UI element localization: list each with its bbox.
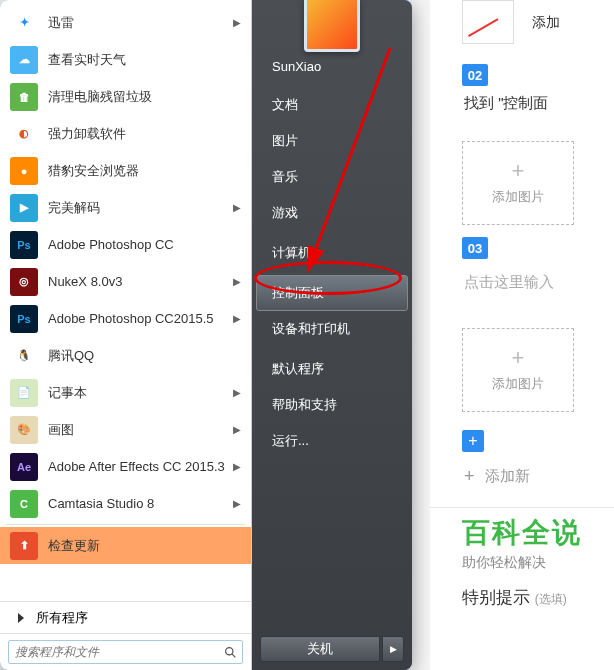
chevron-right-icon: ▶ (233, 498, 241, 509)
right-pane-item-运行...[interactable]: 运行... (256, 423, 408, 459)
plus-icon: + (512, 347, 525, 369)
app-item-9[interactable]: 🐧腾讯QQ (0, 337, 251, 374)
search-box[interactable] (8, 640, 243, 664)
right-pane-item-图片[interactable]: 图片 (256, 123, 408, 159)
add-step-button[interactable]: + (462, 430, 484, 452)
app-label: 腾讯QQ (48, 347, 241, 365)
right-pane-list: SunXiao文档图片音乐游戏计算机控制面板设备和打印机默认程序帮助和支持运行.… (252, 44, 412, 628)
app-icon: ▶ (10, 194, 38, 222)
shutdown-button[interactable]: 关机 (260, 636, 380, 662)
app-icon: ◎ (10, 268, 38, 296)
app-item-7[interactable]: ◎NukeX 8.0v3▶ (0, 263, 251, 300)
app-icon: ⬆ (10, 532, 38, 560)
optional-label: (选填) (535, 592, 567, 606)
app-item-1[interactable]: ☁查看实时天气 (0, 41, 251, 78)
special-tips-heading: 特别提示 (选填) (462, 586, 614, 609)
right-pane-item-计算机[interactable]: 计算机 (256, 235, 408, 271)
svg-line-1 (232, 654, 235, 657)
app-item-0[interactable]: ✦迅雷▶ (0, 4, 251, 41)
step-02-text: 找到 "控制面 (464, 94, 614, 113)
app-icon: 📄 (10, 379, 38, 407)
webpage-sidebar: 添加 02 找到 "控制面 + 添加图片 03 点击这里输入 + 添加图片 + … (430, 0, 614, 670)
step-02-badge: 02 (462, 64, 488, 86)
app-label: Adobe Photoshop CC2015.5 (48, 311, 229, 326)
add-new-row[interactable]: + 添加新 (464, 466, 614, 487)
app-item-12[interactable]: AeAdobe After Effects CC 2015.3▶ (0, 448, 251, 485)
right-pane-item-SunXiao[interactable]: SunXiao (256, 50, 408, 83)
app-item-5[interactable]: ▶完美解码▶ (0, 189, 251, 226)
chevron-right-icon: ▶ (233, 461, 241, 472)
app-label: Adobe Photoshop CC (48, 237, 241, 252)
start-menu-left-pane: ✦迅雷▶☁查看实时天气🗑清理电脑残留垃圾◐强力卸载软件●猎豹安全浏览器▶完美解码… (0, 0, 252, 670)
app-label: 记事本 (48, 384, 229, 402)
app-icon: 🐧 (10, 342, 38, 370)
step-03-badge: 03 (462, 237, 488, 259)
plus-icon: + (464, 466, 475, 487)
app-item-8[interactable]: PsAdobe Photoshop CC2015.5▶ (0, 300, 251, 337)
app-label: 清理电脑残留垃圾 (48, 88, 241, 106)
chevron-right-icon: ▶ (233, 387, 241, 398)
chevron-right-icon: ▶ (233, 17, 241, 28)
add-image-box-2[interactable]: + 添加图片 (462, 328, 574, 412)
right-pane-item-游戏[interactable]: 游戏 (256, 195, 408, 231)
app-item-2[interactable]: 🗑清理电脑残留垃圾 (0, 78, 251, 115)
app-label: 猎豹安全浏览器 (48, 162, 241, 180)
user-avatar[interactable] (304, 0, 360, 52)
add-image-box-1[interactable]: + 添加图片 (462, 141, 574, 225)
app-item-11[interactable]: 🎨画图▶ (0, 411, 251, 448)
shutdown-label: 关机 (307, 640, 333, 658)
chevron-right-icon: ▶ (233, 202, 241, 213)
add-label-top: 添加 (532, 14, 560, 32)
app-label: NukeX 8.0v3 (48, 274, 229, 289)
all-programs-label: 所有程序 (36, 609, 88, 627)
app-label: 迅雷 (48, 14, 229, 32)
search-input[interactable] (9, 645, 218, 659)
app-item-6[interactable]: PsAdobe Photoshop CC (0, 226, 251, 263)
triangle-right-icon (18, 613, 24, 623)
chevron-right-icon: ▶ (233, 276, 241, 287)
app-icon: C (10, 490, 38, 518)
app-label: 画图 (48, 421, 229, 439)
app-icon: Ae (10, 453, 38, 481)
baike-title: 百科全说 (462, 514, 614, 552)
search-icon[interactable] (218, 641, 242, 663)
chevron-right-icon: ▶ (233, 313, 241, 324)
app-icon: 🗑 (10, 83, 38, 111)
app-item-14[interactable]: ⬆检查更新 (0, 527, 251, 564)
app-label: 检查更新 (48, 537, 241, 555)
svg-point-0 (225, 647, 232, 654)
app-item-4[interactable]: ●猎豹安全浏览器 (0, 152, 251, 189)
plus-icon: + (512, 160, 525, 182)
right-pane-item-控制面板[interactable]: 控制面板 (256, 275, 408, 311)
app-icon: Ps (10, 231, 38, 259)
right-pane-item-音乐[interactable]: 音乐 (256, 159, 408, 195)
app-item-10[interactable]: 📄记事本▶ (0, 374, 251, 411)
app-icon: ● (10, 157, 38, 185)
right-pane-item-默认程序[interactable]: 默认程序 (256, 351, 408, 387)
app-label: Adobe After Effects CC 2015.3 (48, 459, 229, 474)
special-label: 特别提示 (462, 588, 530, 607)
app-icon: 🎨 (10, 416, 38, 444)
shutdown-more-button[interactable]: ▶ (382, 636, 404, 662)
start-menu: ✦迅雷▶☁查看实时天气🗑清理电脑残留垃圾◐强力卸载软件●猎豹安全浏览器▶完美解码… (0, 0, 412, 670)
shutdown-row: 关机 ▶ (252, 628, 412, 670)
search-row (0, 633, 251, 670)
add-image-label: 添加图片 (492, 188, 544, 206)
app-label: 完美解码 (48, 199, 229, 217)
all-programs-button[interactable]: 所有程序 (0, 601, 251, 633)
app-icon: Ps (10, 305, 38, 333)
app-label: 查看实时天气 (48, 51, 241, 69)
right-pane-item-文档[interactable]: 文档 (256, 87, 408, 123)
right-pane-item-设备和打印机[interactable]: 设备和打印机 (256, 311, 408, 347)
step-03-row: 03 (462, 237, 614, 259)
thumbnail-preview[interactable] (462, 0, 514, 44)
baike-subtitle: 助你轻松解决 (462, 554, 614, 572)
app-icon: ✦ (10, 9, 38, 37)
right-pane-item-帮助和支持[interactable]: 帮助和支持 (256, 387, 408, 423)
step-03-text[interactable]: 点击这里输入 (464, 273, 614, 292)
divider (430, 507, 614, 508)
app-item-3[interactable]: ◐强力卸载软件 (0, 115, 251, 152)
chevron-right-icon: ▶ (233, 424, 241, 435)
app-item-13[interactable]: CCamtasia Studio 8▶ (0, 485, 251, 522)
app-label: 强力卸载软件 (48, 125, 241, 143)
